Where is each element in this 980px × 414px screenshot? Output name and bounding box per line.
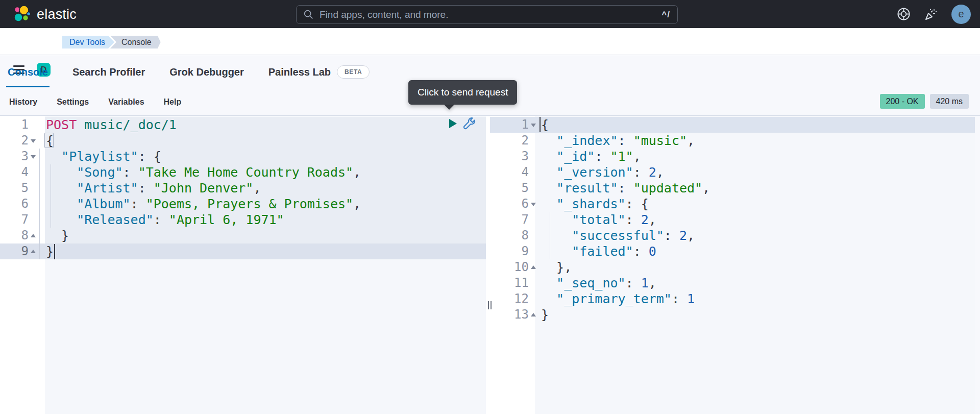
line-number: 1 [0,117,29,133]
fold-toggle-icon[interactable] [531,313,536,316]
dev-tools-console-page: elastic Find apps, content, and more. ^/ [0,0,980,414]
breadcrumb-dev-tools[interactable]: Dev Tools [62,36,114,48]
code-text: POST music/_doc/1 [46,117,177,133]
line-number: 7 [486,212,529,228]
line-number: 1 [486,117,529,133]
newsfeed-icon[interactable] [924,7,938,21]
code-text: "Song": "Take Me Home Country Roads", [46,164,361,180]
response-viewer-line[interactable]: 8 "successful": 2, [486,228,975,243]
brand-name: elastic [37,7,77,22]
response-viewer-line[interactable]: 5 "result": "updated", [486,180,975,196]
code-text: } [46,243,54,259]
menu-item-variables[interactable]: Variables [108,98,144,107]
line-number: 8 [486,228,529,243]
code-text: "result": "updated", [541,180,710,196]
line-number: 7 [0,212,29,228]
line-number: 3 [486,149,529,164]
line-number: 10 [486,259,529,275]
code-text: "Album": "Poems, Prayers & Promises", [46,196,361,212]
menu-item-help[interactable]: Help [164,98,182,107]
code-text: }, [541,259,572,275]
line-number: 8 [0,228,29,243]
fold-toggle-icon[interactable] [531,203,536,206]
line-number: 9 [0,243,29,259]
response-viewer-line[interactable]: 9 "failed": 0 [486,243,975,259]
request-editor-line[interactable]: 1POST music/_doc/1 [0,117,486,133]
search-icon [304,10,313,19]
wrench-icon[interactable] [463,117,476,130]
tab-label: Painless Lab [268,66,331,78]
search-placeholder: Find apps, content, and more. [320,9,662,20]
send-request-tooltip: Click to send request [408,80,517,105]
line-number: 3 [0,149,29,164]
tab-grok-debugger[interactable]: Grok Debugger [169,55,244,89]
code-text: "_seq_no": 1, [541,275,656,291]
line-number: 11 [486,275,529,291]
code-text: "failed": 0 [541,243,656,259]
code-text: "Playlist": { [46,149,161,164]
tab-console[interactable]: Console [8,55,48,89]
request-editor-line[interactable]: 3 "Playlist": { [0,149,486,164]
response-viewer-line[interactable]: 12 "_primary_term": 1 [486,291,975,307]
menu-item-history[interactable]: History [9,98,37,107]
dev-tools-tabs: ConsoleSearch ProfilerGrok DebuggerPainl… [8,55,370,89]
code-text: } [541,307,549,323]
request-editor-line[interactable]: 5 "Artist": "John Denver", [0,180,486,196]
user-avatar[interactable]: e [951,5,971,24]
tab-painless-lab[interactable]: Painless LabBETA [268,55,370,89]
code-text: { [541,117,549,133]
search-shortcut-hint: ^/ [662,10,670,20]
fold-toggle-icon[interactable] [31,139,36,143]
request-editor-line[interactable]: 2{ [0,133,486,149]
response-viewer-line[interactable]: 2 "_index": "music", [486,133,975,149]
breadcrumb-bar: D Dev Tools Console [0,28,980,55]
elastic-logo[interactable]: elastic [12,5,77,24]
tab-label: Console [8,66,48,78]
code-text: { [46,133,54,149]
fold-toggle-icon[interactable] [531,265,536,269]
request-editor-line[interactable]: 8 } [0,228,486,243]
code-text: "_primary_term": 1 [541,291,695,307]
request-editor-line[interactable]: 4 "Song": "Take Me Home Country Roads", [0,164,486,180]
breadcrumb-console: Console [110,36,161,48]
tab-label: Grok Debugger [169,66,244,78]
line-number: 2 [486,133,529,149]
status-code-badge: 200 - OK [880,94,925,109]
code-text: "Released": "April 6, 1971" [46,212,284,228]
line-number: 5 [0,180,29,196]
response-viewer-line[interactable]: 4 "_version": 2, [486,164,975,180]
tab-label: Search Profiler [72,66,145,78]
response-viewer-line[interactable]: 7 "total": 2, [486,212,975,228]
code-text: } [46,228,69,243]
code-text: "Artist": "John Denver", [46,180,261,196]
menu-item-settings[interactable]: Settings [57,98,89,107]
response-viewer-line[interactable]: 11 "_seq_no": 1, [486,275,975,291]
fold-toggle-icon[interactable] [31,250,36,253]
response-viewer-line[interactable]: 1{ [486,117,975,133]
response-viewer-line[interactable]: 3 "_id": "1", [486,149,975,164]
response-viewer-line[interactable]: 6 "_shards": { [486,196,975,212]
elastic-logo-icon [12,5,32,24]
panel-splitter-handle[interactable] [486,298,493,313]
latency-badge: 420 ms [930,94,969,109]
fold-toggle-icon[interactable] [31,155,36,159]
console-menu: HistorySettingsVariablesHelp [9,89,181,115]
global-search-input[interactable]: Find apps, content, and more. ^/ [296,5,678,24]
line-number: 4 [486,164,529,180]
request-editor-line[interactable]: 6 "Album": "Poems, Prayers & Promises", [0,196,486,212]
code-text: "_index": "music", [541,133,695,149]
fold-toggle-icon[interactable] [531,124,536,127]
request-editor-line[interactable]: 9} [0,243,486,259]
console-editors: 1POST music/_doc/12{3 "Playlist": {4 "So… [0,116,980,414]
response-viewer-line[interactable]: 13} [486,307,975,323]
line-number: 6 [0,196,29,212]
beta-badge: BETA [337,65,370,79]
fold-toggle-icon[interactable] [31,234,36,237]
line-number: 2 [0,133,29,149]
send-request-button[interactable] [449,119,457,128]
line-number: 9 [486,243,529,259]
response-viewer-line[interactable]: 10 }, [486,259,975,275]
request-editor-line[interactable]: 7 "Released": "April 6, 1971" [0,212,486,228]
tab-search-profiler[interactable]: Search Profiler [72,55,145,89]
help-icon[interactable] [897,7,911,21]
